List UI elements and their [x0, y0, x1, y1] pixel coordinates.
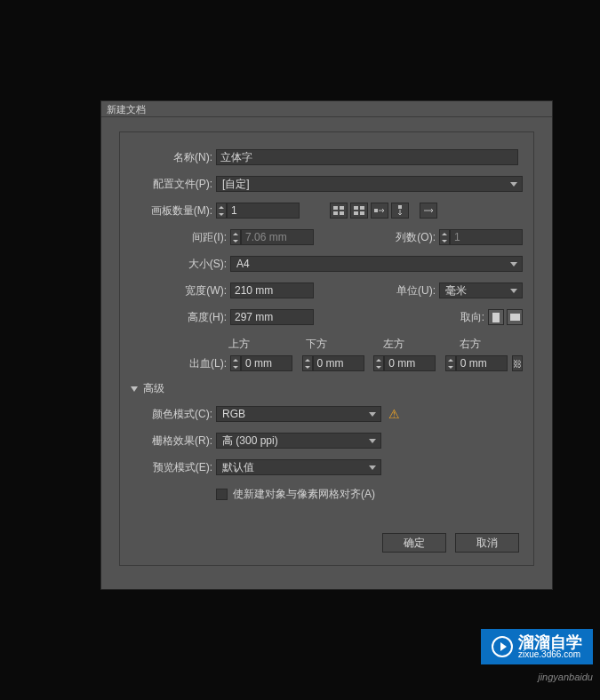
arrange-col-icon[interactable] — [391, 203, 409, 219]
preview-select[interactable]: 默认值 — [216, 459, 381, 475]
chevron-down-icon — [131, 386, 138, 392]
new-document-dialog: 新建文档 名称(N): 配置文件(P): [自定] 画板数量(M): — [100, 100, 553, 590]
bleed-label: 出血(L): — [131, 356, 230, 371]
preview-label: 预览模式(E): — [131, 460, 216, 475]
name-label: 名称(N): — [131, 150, 216, 165]
svg-rect-10 — [492, 313, 500, 322]
landscape-icon[interactable] — [507, 309, 523, 325]
artboards-stepper[interactable] — [216, 203, 300, 219]
svg-rect-3 — [340, 211, 344, 215]
width-input[interactable] — [230, 282, 314, 298]
bleed-right-input[interactable] — [456, 355, 508, 371]
raster-select[interactable]: 高 (300 ppi) — [216, 433, 381, 449]
warning-icon: ⚠ — [388, 407, 400, 421]
watermark-sub: jingyanbaidu — [538, 672, 593, 682]
portrait-icon[interactable] — [488, 309, 504, 325]
rtl-icon[interactable] — [420, 203, 437, 219]
columns-label: 列数(O): — [377, 230, 439, 245]
spacing-input[interactable] — [241, 229, 314, 245]
bleed-left-label: 左方 — [383, 337, 446, 352]
height-label: 高度(H): — [131, 310, 230, 325]
profile-value: [自定] — [222, 177, 250, 192]
width-label: 宽度(W): — [131, 283, 230, 298]
units-select[interactable]: 毫米 — [439, 282, 523, 298]
bleed-left-input[interactable] — [384, 355, 436, 371]
raster-label: 栅格效果(R): — [131, 434, 216, 449]
preview-value: 默认值 — [222, 460, 254, 475]
colormode-select[interactable]: RGB — [216, 406, 381, 422]
advanced-label: 高级 — [143, 381, 164, 396]
raster-value: 高 (300 ppi) — [222, 434, 278, 449]
bleed-top-label: 上方 — [228, 337, 292, 352]
bleed-left-stepper[interactable] — [373, 355, 436, 371]
svg-rect-1 — [340, 206, 344, 210]
orient-label: 取向: — [440, 310, 488, 325]
svg-rect-2 — [333, 211, 338, 215]
columns-stepper[interactable] — [439, 229, 523, 245]
play-icon — [492, 636, 513, 657]
brand-text: 溜溜自学 — [518, 634, 582, 650]
profile-label: 配置文件(P): — [131, 177, 216, 192]
artboard-arrangement-group — [330, 203, 409, 219]
svg-rect-8 — [374, 209, 378, 212]
size-value: A4 — [236, 258, 250, 270]
bleed-top-input[interactable] — [241, 355, 292, 371]
bleed-top-stepper[interactable] — [230, 355, 292, 371]
units-label: 单位(U): — [377, 283, 439, 298]
orientation-group — [488, 309, 523, 325]
svg-rect-9 — [398, 205, 402, 209]
dialog-title: 新建文档 — [101, 101, 552, 117]
units-value: 毫米 — [445, 283, 467, 298]
link-bleed-icon[interactable]: ⛓ — [512, 355, 523, 371]
bleed-bottom-label: 下方 — [306, 337, 369, 352]
grid-by-row-icon[interactable] — [330, 203, 348, 219]
watermark-brand: 溜溜自学 zixue.3d66.com — [481, 629, 593, 664]
brand-url: zixue.3d66.com — [518, 650, 582, 659]
colormode-value: RGB — [222, 408, 245, 420]
ok-button[interactable]: 确定 — [382, 533, 446, 553]
spacing-label: 间距(I): — [131, 230, 230, 245]
advanced-toggle[interactable]: 高级 — [131, 381, 523, 396]
arrange-row-icon[interactable] — [371, 203, 388, 219]
svg-rect-0 — [333, 206, 338, 210]
name-input[interactable] — [216, 149, 518, 165]
colormode-label: 颜色模式(C): — [131, 407, 216, 422]
artboards-label: 画板数量(M): — [131, 203, 216, 219]
columns-input[interactable] — [450, 229, 523, 245]
size-label: 大小(S): — [131, 257, 230, 272]
svg-rect-5 — [354, 211, 358, 215]
bleed-right-stepper[interactable] — [445, 355, 508, 371]
gridalign-label: 使新建对象与像素网格对齐(A) — [233, 487, 375, 502]
svg-rect-4 — [354, 206, 358, 210]
size-select[interactable]: A4 — [230, 256, 523, 272]
svg-rect-7 — [360, 211, 364, 215]
svg-rect-11 — [510, 314, 520, 321]
bleed-bottom-input[interactable] — [313, 355, 364, 371]
bleed-right-label: 右方 — [460, 337, 523, 352]
height-input[interactable] — [230, 309, 314, 325]
cancel-button[interactable]: 取消 — [455, 533, 519, 553]
svg-rect-6 — [360, 206, 364, 210]
artboards-input[interactable] — [227, 203, 300, 219]
grid-by-col-icon[interactable] — [350, 203, 368, 219]
bleed-bottom-stepper[interactable] — [302, 355, 364, 371]
profile-select[interactable]: [自定] — [216, 176, 523, 192]
gridalign-checkbox[interactable] — [216, 489, 228, 500]
spacing-stepper[interactable] — [230, 229, 314, 245]
